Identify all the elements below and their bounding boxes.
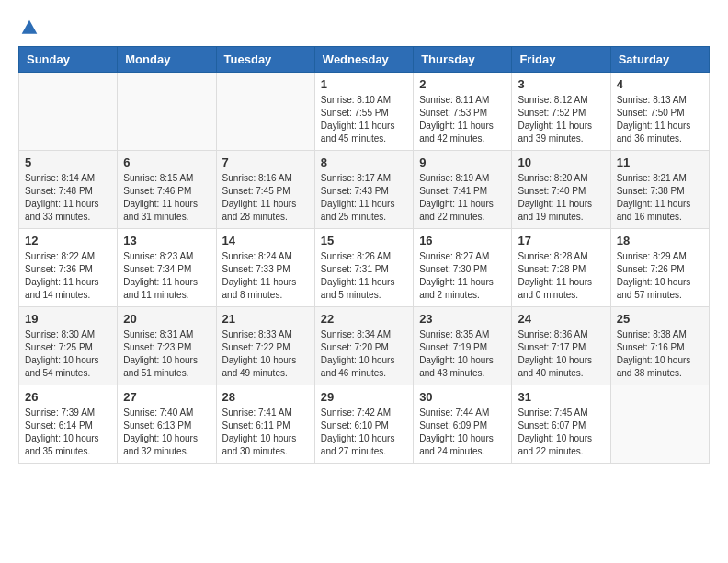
day-info: Sunrise: 8:31 AM Sunset: 7:23 PM Dayligh… (123, 328, 210, 380)
calendar-cell: 28Sunrise: 7:41 AM Sunset: 6:11 PM Dayli… (216, 385, 314, 464)
day-number: 3 (518, 77, 604, 91)
calendar-cell: 11Sunrise: 8:21 AM Sunset: 7:38 PM Dayli… (610, 151, 709, 229)
day-info: Sunrise: 8:35 AM Sunset: 7:19 PM Dayligh… (419, 328, 506, 380)
day-number: 11 (617, 155, 703, 169)
calendar-header-wednesday: Wednesday (314, 47, 413, 73)
day-number: 28 (222, 390, 309, 404)
day-number: 20 (123, 312, 210, 326)
day-info: Sunrise: 8:23 AM Sunset: 7:34 PM Dayligh… (123, 250, 210, 302)
day-number: 7 (222, 155, 309, 169)
day-number: 29 (321, 390, 407, 404)
calendar-header-sunday: Sunday (19, 47, 118, 73)
day-info: Sunrise: 8:36 AM Sunset: 7:17 PM Dayligh… (518, 328, 604, 380)
calendar-cell: 17Sunrise: 8:28 AM Sunset: 7:28 PM Dayli… (512, 229, 610, 307)
day-number: 24 (518, 312, 604, 326)
calendar-week-row: 19Sunrise: 8:30 AM Sunset: 7:25 PM Dayli… (19, 307, 710, 385)
day-info: Sunrise: 7:45 AM Sunset: 6:07 PM Dayligh… (518, 407, 604, 458)
svg-marker-0 (22, 20, 38, 34)
day-info: Sunrise: 8:13 AM Sunset: 7:50 PM Dayligh… (617, 94, 703, 145)
calendar-cell: 27Sunrise: 7:40 AM Sunset: 6:13 PM Dayli… (118, 385, 216, 464)
day-info: Sunrise: 8:12 AM Sunset: 7:52 PM Dayligh… (518, 94, 604, 145)
calendar-week-row: 5Sunrise: 8:14 AM Sunset: 7:48 PM Daylig… (19, 151, 710, 229)
day-info: Sunrise: 8:38 AM Sunset: 7:16 PM Dayligh… (617, 328, 703, 380)
day-number: 26 (25, 390, 111, 404)
day-number: 12 (25, 234, 111, 247)
day-number: 2 (419, 77, 506, 91)
calendar-cell: 15Sunrise: 8:26 AM Sunset: 7:31 PM Dayli… (314, 229, 413, 307)
calendar-cell: 8Sunrise: 8:17 AM Sunset: 7:43 PM Daylig… (314, 151, 413, 229)
calendar-cell: 2Sunrise: 8:11 AM Sunset: 7:53 PM Daylig… (414, 73, 512, 151)
calendar-week-row: 1Sunrise: 8:10 AM Sunset: 7:55 PM Daylig… (19, 73, 710, 151)
calendar-cell: 24Sunrise: 8:36 AM Sunset: 7:17 PM Dayli… (512, 307, 610, 385)
day-number: 30 (419, 390, 506, 404)
day-number: 13 (123, 234, 210, 247)
calendar-cell (216, 73, 314, 151)
day-number: 9 (419, 155, 506, 169)
day-info: Sunrise: 8:28 AM Sunset: 7:28 PM Dayligh… (518, 250, 604, 302)
page-header (18, 18, 710, 37)
calendar-cell: 9Sunrise: 8:19 AM Sunset: 7:41 PM Daylig… (414, 151, 512, 229)
day-number: 16 (419, 234, 506, 247)
day-info: Sunrise: 7:39 AM Sunset: 6:14 PM Dayligh… (25, 407, 111, 458)
calendar-header-saturday: Saturday (610, 47, 709, 73)
day-info: Sunrise: 8:22 AM Sunset: 7:36 PM Dayligh… (25, 250, 111, 302)
day-info: Sunrise: 8:24 AM Sunset: 7:33 PM Dayligh… (222, 250, 309, 302)
day-info: Sunrise: 8:16 AM Sunset: 7:45 PM Dayligh… (222, 172, 309, 224)
day-info: Sunrise: 8:34 AM Sunset: 7:20 PM Dayligh… (321, 328, 407, 380)
day-info: Sunrise: 8:11 AM Sunset: 7:53 PM Dayligh… (419, 94, 506, 145)
calendar-cell: 26Sunrise: 7:39 AM Sunset: 6:14 PM Dayli… (19, 385, 118, 464)
calendar-cell (610, 385, 709, 464)
day-number: 21 (222, 312, 309, 326)
calendar-cell: 12Sunrise: 8:22 AM Sunset: 7:36 PM Dayli… (19, 229, 118, 307)
calendar-cell: 10Sunrise: 8:20 AM Sunset: 7:40 PM Dayli… (512, 151, 610, 229)
day-info: Sunrise: 7:41 AM Sunset: 6:11 PM Dayligh… (222, 407, 309, 458)
calendar-cell (19, 73, 118, 151)
day-info: Sunrise: 8:14 AM Sunset: 7:48 PM Dayligh… (25, 172, 111, 224)
calendar-cell: 16Sunrise: 8:27 AM Sunset: 7:30 PM Dayli… (414, 229, 512, 307)
day-info: Sunrise: 8:19 AM Sunset: 7:41 PM Dayligh… (419, 172, 506, 224)
calendar-cell: 4Sunrise: 8:13 AM Sunset: 7:50 PM Daylig… (610, 73, 709, 151)
calendar-cell: 14Sunrise: 8:24 AM Sunset: 7:33 PM Dayli… (216, 229, 314, 307)
day-info: Sunrise: 8:30 AM Sunset: 7:25 PM Dayligh… (25, 328, 111, 380)
calendar-table: SundayMondayTuesdayWednesdayThursdayFrid… (18, 46, 710, 464)
calendar-cell: 5Sunrise: 8:14 AM Sunset: 7:48 PM Daylig… (19, 151, 118, 229)
calendar-cell: 18Sunrise: 8:29 AM Sunset: 7:26 PM Dayli… (610, 229, 709, 307)
calendar-cell: 1Sunrise: 8:10 AM Sunset: 7:55 PM Daylig… (314, 73, 413, 151)
day-info: Sunrise: 8:33 AM Sunset: 7:22 PM Dayligh… (222, 328, 309, 380)
day-info: Sunrise: 8:21 AM Sunset: 7:38 PM Dayligh… (617, 172, 703, 224)
day-number: 25 (617, 312, 703, 326)
day-info: Sunrise: 7:44 AM Sunset: 6:09 PM Dayligh… (419, 407, 506, 458)
day-info: Sunrise: 8:20 AM Sunset: 7:40 PM Dayligh… (518, 172, 604, 224)
day-info: Sunrise: 8:26 AM Sunset: 7:31 PM Dayligh… (321, 250, 407, 302)
calendar-cell: 21Sunrise: 8:33 AM Sunset: 7:22 PM Dayli… (216, 307, 314, 385)
calendar-cell: 13Sunrise: 8:23 AM Sunset: 7:34 PM Dayli… (118, 229, 216, 307)
day-info: Sunrise: 8:15 AM Sunset: 7:46 PM Dayligh… (123, 172, 210, 224)
calendar-header-friday: Friday (512, 47, 610, 73)
calendar-header-monday: Monday (118, 47, 216, 73)
calendar-cell: 23Sunrise: 8:35 AM Sunset: 7:19 PM Dayli… (414, 307, 512, 385)
day-number: 1 (321, 77, 407, 91)
calendar-header-row: SundayMondayTuesdayWednesdayThursdayFrid… (19, 47, 710, 73)
calendar-cell: 6Sunrise: 8:15 AM Sunset: 7:46 PM Daylig… (118, 151, 216, 229)
day-number: 4 (617, 77, 703, 91)
day-number: 31 (518, 390, 604, 404)
calendar-cell: 22Sunrise: 8:34 AM Sunset: 7:20 PM Dayli… (314, 307, 413, 385)
calendar-cell: 30Sunrise: 7:44 AM Sunset: 6:09 PM Dayli… (414, 385, 512, 464)
day-number: 19 (25, 312, 111, 326)
calendar-cell (118, 73, 216, 151)
calendar-week-row: 12Sunrise: 8:22 AM Sunset: 7:36 PM Dayli… (19, 229, 710, 307)
day-number: 18 (617, 234, 703, 247)
calendar-cell: 19Sunrise: 8:30 AM Sunset: 7:25 PM Dayli… (19, 307, 118, 385)
calendar-cell: 20Sunrise: 8:31 AM Sunset: 7:23 PM Dayli… (118, 307, 216, 385)
day-number: 15 (321, 234, 407, 247)
day-number: 17 (518, 234, 604, 247)
day-number: 23 (419, 312, 506, 326)
day-number: 5 (25, 155, 111, 169)
calendar-cell: 3Sunrise: 8:12 AM Sunset: 7:52 PM Daylig… (512, 73, 610, 151)
logo (18, 18, 39, 37)
day-info: Sunrise: 8:17 AM Sunset: 7:43 PM Dayligh… (321, 172, 407, 224)
day-number: 10 (518, 155, 604, 169)
calendar-cell: 7Sunrise: 8:16 AM Sunset: 7:45 PM Daylig… (216, 151, 314, 229)
calendar-week-row: 26Sunrise: 7:39 AM Sunset: 6:14 PM Dayli… (19, 385, 710, 464)
day-number: 22 (321, 312, 407, 326)
